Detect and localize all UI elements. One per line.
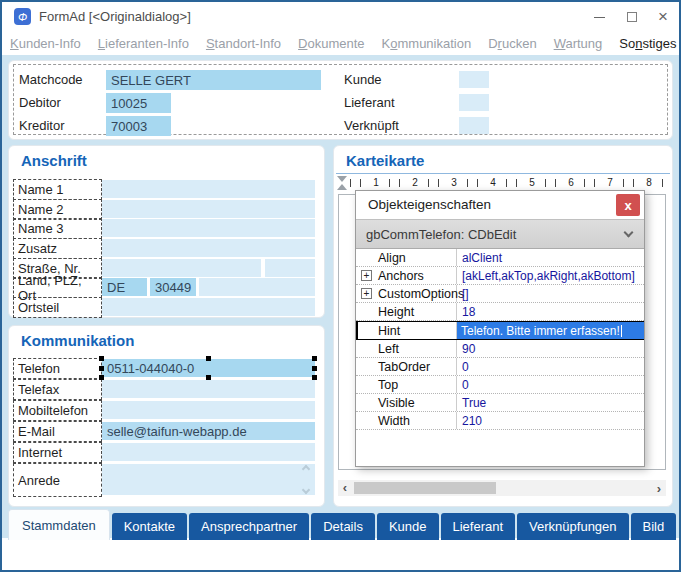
- mobiltelefon-field[interactable]: [102, 401, 315, 419]
- window-title: FormAd [<Originaldialog>]: [39, 9, 191, 24]
- name3-label: Name 3: [13, 218, 102, 239]
- scrollbar-left-icon[interactable]: ‹: [338, 480, 352, 496]
- name3-field[interactable]: [102, 219, 315, 237]
- inspector-title: Objekteigenschaften: [368, 197, 491, 212]
- tab-verknuepfungen[interactable]: Verknüpfungen: [517, 513, 628, 540]
- ort-field[interactable]: [199, 278, 315, 296]
- ruler-number: 2: [405, 176, 425, 189]
- debitor-field[interactable]: 10025: [106, 93, 171, 113]
- zusatz-label: Zusatz: [13, 238, 102, 259]
- ruler: 1 2 3 4 5 6 7 8: [336, 173, 670, 190]
- ruler-number: 3: [444, 176, 464, 189]
- tab-ansprechpartner[interactable]: Ansprechpartner: [189, 513, 309, 540]
- lieferant-field[interactable]: [459, 94, 489, 111]
- kunde-field[interactable]: [459, 71, 489, 88]
- selection-handle[interactable]: [312, 356, 317, 361]
- telefax-label: Telefax: [13, 379, 102, 400]
- horizontal-scrollbar[interactable]: ‹ ›: [338, 480, 666, 496]
- matchcode-field[interactable]: SELLE GERT: [106, 70, 321, 90]
- tab-details[interactable]: Details: [311, 513, 375, 540]
- name1-label: Name 1: [13, 179, 102, 200]
- anrede-field[interactable]: [102, 464, 315, 495]
- menu-dokumente[interactable]: Dokumente: [298, 36, 364, 51]
- property-row-hint[interactable]: Hint Telefon. Bitte immer erfassen!: [356, 321, 644, 340]
- property-row-width[interactable]: Width 210: [356, 412, 644, 430]
- tab-lieferant[interactable]: Lieferant: [441, 513, 516, 540]
- verknuepft-label: Verknüpft: [344, 118, 399, 133]
- telefax-field[interactable]: [102, 380, 315, 398]
- telefon-label: Telefon: [13, 358, 102, 379]
- maximize-icon: [627, 12, 637, 22]
- property-row-align[interactable]: Align alClient: [356, 249, 644, 267]
- scroll-up-icon: [302, 465, 310, 473]
- scrollbar-thumb[interactable]: [354, 482, 496, 494]
- property-row-top[interactable]: Top 0: [356, 376, 644, 394]
- selection-handle[interactable]: [206, 375, 211, 380]
- hausnummer-field[interactable]: [265, 259, 315, 277]
- property-row-left[interactable]: Left 90: [356, 340, 644, 358]
- menu-lieferanten-info[interactable]: Lieferanten-Info: [98, 36, 189, 51]
- menu-wartung[interactable]: Wartung: [554, 36, 603, 51]
- menu-sonstiges[interactable]: Sonstiges: [619, 36, 676, 51]
- tab-stammdaten[interactable]: Stammdaten: [8, 509, 110, 540]
- selection-handle[interactable]: [99, 366, 104, 371]
- name1-field[interactable]: [102, 180, 315, 198]
- tab-kontakte[interactable]: Kontakte: [112, 513, 187, 540]
- close-icon: x: [624, 198, 631, 213]
- minimize-button[interactable]: [585, 4, 613, 30]
- kommunikation-title: Kommunikation: [21, 332, 134, 349]
- inspector-titlebar: Objekteigenschaften x: [356, 191, 644, 219]
- menubar: Kunden-Info Lieferanten-Info Standort-In…: [2, 32, 679, 55]
- email-field[interactable]: selle@taifun-webapp.de: [102, 422, 315, 440]
- anrede-scrollbar[interactable]: [299, 466, 313, 493]
- strasse-field[interactable]: [102, 259, 261, 277]
- property-row-visible[interactable]: Visible True: [356, 394, 644, 412]
- text-caret: [621, 325, 622, 337]
- internet-label: Internet: [13, 442, 102, 463]
- ruler-number: 5: [522, 176, 542, 189]
- internet-field[interactable]: [102, 443, 315, 461]
- ruler-number: 8: [639, 176, 659, 189]
- name2-field[interactable]: [102, 200, 315, 218]
- property-row-anchors[interactable]: + Anchors [akLeft,akTop,akRight,akBottom…: [356, 267, 644, 285]
- menu-kunden-info[interactable]: Kunden-Info: [10, 36, 81, 51]
- ruler-number: 4: [483, 176, 503, 189]
- selection-handle[interactable]: [99, 375, 104, 380]
- menu-kommunikation[interactable]: Kommunikation: [382, 36, 472, 51]
- land-field[interactable]: DE: [102, 278, 147, 296]
- selection-handle[interactable]: [99, 356, 104, 361]
- tab-bild[interactable]: Bild: [631, 513, 677, 540]
- kunde-label: Kunde: [344, 72, 382, 87]
- menu-standort-info[interactable]: Standort-Info: [206, 36, 281, 51]
- scrollbar-right-icon[interactable]: ›: [652, 481, 666, 496]
- matchcode-label: Matchcode: [19, 72, 83, 87]
- kreditor-field[interactable]: 70003: [106, 116, 171, 136]
- selection-handle[interactable]: [312, 366, 317, 371]
- ruler-marker[interactable]: [337, 176, 347, 190]
- property-row-taborder[interactable]: TabOrder 0: [356, 358, 644, 376]
- selection-handle[interactable]: [312, 375, 317, 380]
- email-label: E-Mail: [13, 421, 102, 442]
- zusatz-field[interactable]: [102, 239, 315, 257]
- verknuepft-field[interactable]: [459, 117, 489, 134]
- menu-drucken[interactable]: Drucken: [488, 36, 536, 51]
- karteikarte-title: Karteikarte: [346, 152, 424, 169]
- inspector-close-button[interactable]: x: [616, 194, 640, 216]
- close-button[interactable]: ×: [649, 4, 677, 30]
- ruler-number: 7: [600, 176, 620, 189]
- tab-kunde[interactable]: Kunde: [377, 513, 439, 540]
- object-inspector-dialog: Objekteigenschaften x gbCommTelefon: CDb…: [355, 190, 645, 467]
- kreditor-label: Kreditor: [19, 118, 65, 133]
- telefon-field[interactable]: 0511-044040-0: [102, 359, 315, 377]
- selection-handle[interactable]: [206, 356, 211, 361]
- ortsteil-field[interactable]: [102, 298, 315, 316]
- ortsteil-label: Ortsteil: [13, 297, 102, 318]
- property-row-customoptions[interactable]: + CustomOptions []: [356, 285, 644, 303]
- anrede-label: Anrede: [13, 463, 102, 497]
- object-selector-dropdown[interactable]: gbCommTelefon: CDbEdit: [356, 219, 644, 249]
- chevron-down-icon: [624, 228, 634, 238]
- maximize-button[interactable]: [618, 4, 646, 30]
- plz-field[interactable]: 30449: [150, 278, 196, 296]
- name2-label: Name 2: [13, 199, 102, 220]
- property-row-height[interactable]: Height 18: [356, 303, 644, 321]
